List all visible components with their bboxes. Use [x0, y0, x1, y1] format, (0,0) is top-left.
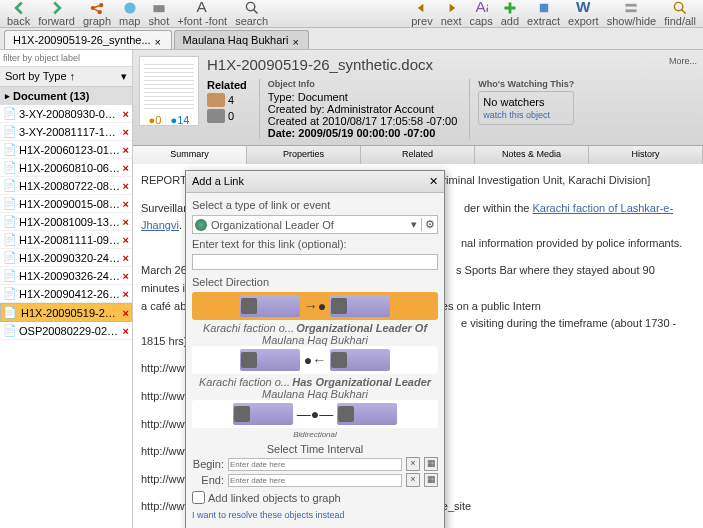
svg-text:A: A: [197, 1, 208, 15]
remove-icon[interactable]: ×: [123, 325, 129, 337]
add-link-dialog: Add a Link✕ Select a type of link or eve…: [185, 170, 445, 528]
forward-button[interactable]: forward: [35, 0, 78, 28]
prev-button[interactable]: prev: [408, 0, 435, 28]
search-button[interactable]: search: [232, 0, 271, 28]
direction-forward[interactable]: →●: [192, 292, 438, 320]
back-button[interactable]: back: [4, 0, 33, 28]
list-item[interactable]: 📄H1X-20081111-09_synthetic.docx×: [0, 231, 132, 249]
list-item[interactable]: 📄OSP20080229-02_synthetic.docx×: [0, 322, 132, 340]
find-button[interactable]: find/all: [661, 0, 699, 28]
svg-point-3: [124, 2, 135, 13]
shot-button[interactable]: shot: [145, 0, 172, 28]
list-item[interactable]: 📄H1X-20090412-26_synthetic.docx×: [0, 285, 132, 303]
remove-icon[interactable]: ×: [123, 307, 129, 319]
list-item[interactable]: 📄3-XY-20081117-12_synthetic.docx×: [0, 123, 132, 141]
list-item[interactable]: 📄H1X-20090519-26_synthetic.docx×: [0, 303, 132, 322]
list-item[interactable]: 📄H1X-20060123-01_synthetic.docx×: [0, 141, 132, 159]
next-button[interactable]: next: [438, 0, 465, 28]
export-button[interactable]: Wexport: [565, 0, 602, 28]
remove-icon[interactable]: ×: [123, 108, 129, 120]
begin-date-input[interactable]: [228, 458, 402, 471]
svg-rect-10: [626, 3, 637, 6]
tab-related[interactable]: Related: [361, 146, 475, 164]
doc-group-header[interactable]: ▸ Document (13): [0, 87, 132, 105]
watching-box: Who's Watching This? No watchers watch t…: [469, 79, 574, 139]
watch-link[interactable]: watch this object: [483, 110, 550, 120]
tab-document[interactable]: H1X-20090519-26_synthe...×: [4, 30, 172, 49]
remove-icon[interactable]: ×: [123, 198, 129, 210]
list-item[interactable]: 📄H1X-20080722-08_synthetic.docx×: [0, 177, 132, 195]
globe-icon: [195, 219, 207, 231]
dialog-title: Add a Link: [192, 175, 244, 188]
tab-person[interactable]: Maulana Haq Bukhari×: [174, 30, 310, 49]
cal-begin-icon[interactable]: ▦: [424, 457, 438, 471]
sidebar: filter by object label Sort by Type ↑▾ ▸…: [0, 50, 133, 528]
subtabs: Summary Properties Related Notes & Media…: [133, 146, 703, 164]
tab-notes[interactable]: Notes & Media: [475, 146, 589, 164]
extract-button[interactable]: extract: [524, 0, 563, 28]
list-item[interactable]: 📄H1X-20081009-13_synthetic.docx×: [0, 213, 132, 231]
main-toolbar: back forward graph map shot A+font -font…: [0, 0, 703, 28]
document-list: 📄3-XY-20080930-02_synthetic.docx×📄3-XY-2…: [0, 105, 132, 528]
list-item[interactable]: 📄H1X-20090326-24_synthetic.docx×: [0, 267, 132, 285]
resolve-link[interactable]: I want to resolve these objects instead: [192, 510, 345, 520]
end-date-input[interactable]: [228, 474, 402, 487]
list-item[interactable]: 📄H1X-20060810-06_synthetic.docx×: [0, 159, 132, 177]
remove-icon[interactable]: ×: [123, 234, 129, 246]
remove-icon[interactable]: ×: [123, 288, 129, 300]
showhide-button[interactable]: show/hide: [604, 0, 660, 28]
filter-label[interactable]: filter by object label: [0, 50, 132, 67]
close-icon[interactable]: ✕: [429, 175, 438, 188]
svg-text:Aa: Aa: [475, 1, 488, 15]
map-button[interactable]: map: [116, 0, 143, 28]
page-title: H1X-20090519-26_synthetic.docx: [207, 56, 697, 73]
cal-end-icon[interactable]: ▦: [424, 473, 438, 487]
clear-begin[interactable]: ×: [406, 457, 420, 471]
svg-rect-11: [626, 9, 637, 12]
add-button[interactable]: add: [498, 0, 522, 28]
sort-selector[interactable]: Sort by Type ↑▾: [0, 67, 132, 87]
remove-icon[interactable]: ×: [123, 162, 129, 174]
svg-text:W: W: [576, 1, 590, 15]
link-type-select[interactable]: Organizational Leader Of▾⚙: [192, 215, 438, 234]
more-link[interactable]: More...: [669, 56, 697, 66]
remove-icon[interactable]: ×: [123, 180, 129, 192]
svg-rect-8: [539, 3, 547, 11]
tab-summary[interactable]: Summary: [133, 146, 247, 164]
close-icon[interactable]: ×: [292, 36, 300, 44]
object-header: ●0●14 H1X-20090519-26_synthetic.docx Rel…: [133, 50, 703, 146]
add-to-graph-checkbox[interactable]: [192, 491, 205, 504]
close-icon[interactable]: ×: [155, 36, 163, 44]
remove-icon[interactable]: ×: [123, 144, 129, 156]
direction-reverse[interactable]: ●←: [192, 346, 438, 374]
direction-both[interactable]: —●—: [192, 400, 438, 428]
tab-history[interactable]: History: [589, 146, 703, 164]
object-info: Object Info Type: Document Created by: A…: [259, 79, 458, 139]
remove-icon[interactable]: ×: [123, 216, 129, 228]
link-text-input[interactable]: [192, 254, 438, 270]
graph-button[interactable]: graph: [80, 0, 114, 28]
remove-icon[interactable]: ×: [123, 252, 129, 264]
font-button[interactable]: A+font -font: [174, 0, 230, 28]
svg-rect-4: [153, 5, 164, 12]
list-item[interactable]: 📄H1X-20090015-08_synthetic.docx×: [0, 195, 132, 213]
tab-properties[interactable]: Properties: [247, 146, 361, 164]
caps-button[interactable]: Aacaps: [466, 0, 495, 28]
list-item[interactable]: 📄3-XY-20080930-02_synthetic.docx×: [0, 105, 132, 123]
thumbnail: ●0●14: [139, 56, 199, 126]
clear-end[interactable]: ×: [406, 473, 420, 487]
list-item[interactable]: 📄H1X-20090320-24_synthetic.docx×: [0, 249, 132, 267]
related-box: Related 4 0: [207, 79, 247, 139]
remove-icon[interactable]: ×: [123, 126, 129, 138]
tab-bar: H1X-20090519-26_synthe...× Maulana Haq B…: [0, 28, 703, 50]
remove-icon[interactable]: ×: [123, 270, 129, 282]
